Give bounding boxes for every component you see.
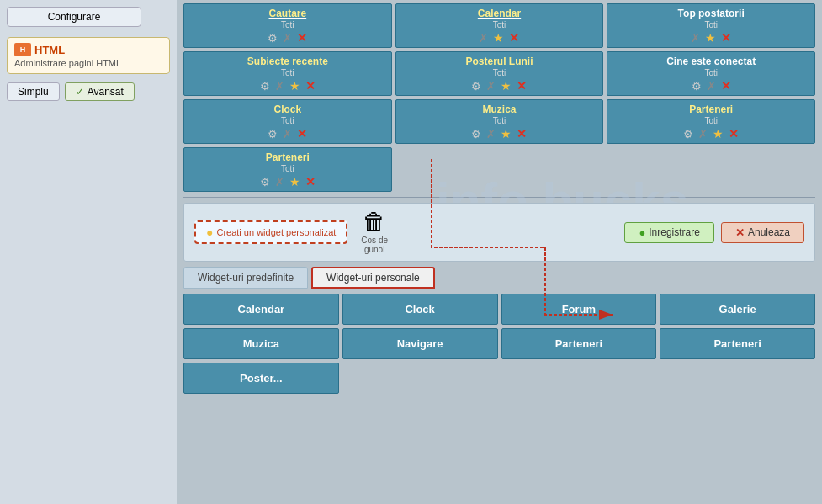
widget-title-parteneri-single[interactable]: Parteneri <box>189 151 386 163</box>
slash-icon-cautare[interactable]: ✗ <box>283 33 292 44</box>
widget-title-cautare[interactable]: Cautare <box>189 8 386 19</box>
html-title-text: HTML <box>34 44 65 56</box>
delete-icon-toppostatorii[interactable]: ✕ <box>721 32 731 44</box>
widget-icons-muzica: ⚙ ✗ ★ ✕ <box>401 128 598 140</box>
slash-icon-calendar[interactable]: ✗ <box>479 33 488 44</box>
wrench-icon-parteneri-top[interactable]: ⚙ <box>683 129 693 140</box>
trash-container: 🗑 Cos degunoi <box>361 210 388 254</box>
html-subtitle: Administrare pagini HTML <box>14 58 162 68</box>
gold-icon-muzica[interactable]: ★ <box>501 128 512 140</box>
delete-icon-cautare[interactable]: ✕ <box>297 32 307 44</box>
wrench-icon-muzica[interactable]: ⚙ <box>471 129 481 140</box>
divider <box>183 197 815 198</box>
widget-subtitle-parteneri-single: Toti <box>189 164 386 173</box>
avansat-label: Avansat <box>88 86 124 98</box>
widget-title-parteneri-top[interactable]: Parteneri <box>613 103 809 115</box>
wrench-icon-cineesteconectat[interactable]: ⚙ <box>692 81 702 92</box>
widget-card-cineesteconectat: Cine este conectat Toti ⚙ ✗ ✕ <box>607 51 815 96</box>
widget-icons-posterullunii: ⚙ ✗ ★ ✕ <box>401 80 598 92</box>
gold-icon-parteneri-top[interactable]: ★ <box>713 128 724 140</box>
widget-subtitle-calendar: Toti <box>401 20 598 29</box>
configure-button[interactable]: Configurare <box>7 7 141 27</box>
widget-card-clock: Clock Toti ⚙ ✗ ✕ <box>183 99 392 144</box>
slash-icon-parteneri-top[interactable]: ✗ <box>698 129 708 140</box>
widget-subtitle-parteneri-top: Toti <box>613 116 809 125</box>
trash-icon: 🗑 <box>363 210 386 234</box>
widget-card-parteneri-top: Parteneri Toti ⚙ ✗ ★ ✕ <box>607 99 815 144</box>
anuleaza-button[interactable]: ✕ Anuleaza <box>721 222 804 243</box>
gold-icon-toppostatorii[interactable]: ★ <box>705 32 716 44</box>
bottom-btn-galerie[interactable]: Galerie <box>660 294 815 325</box>
inregistrare-button[interactable]: ● Inregistrare <box>624 222 714 243</box>
delete-icon-posterullunii[interactable]: ✕ <box>517 80 527 92</box>
wrench-icon-cautare[interactable]: ⚙ <box>268 33 278 44</box>
slash-icon-clock[interactable]: ✗ <box>283 129 292 140</box>
sidebar-buttons: Simplu ✓ Avansat <box>7 82 170 101</box>
wrench-icon-clock[interactable]: ⚙ <box>268 129 278 140</box>
slash-icon-muzica[interactable]: ✗ <box>486 129 496 140</box>
wrench-icon-parteneri-single[interactable]: ⚙ <box>260 177 270 188</box>
delete-icon-parteneri-top[interactable]: ✕ <box>729 128 739 140</box>
create-widget-button[interactable]: ● Creati un widget personalizat <box>194 220 347 244</box>
widget-icons-clock: ⚙ ✗ ✕ <box>189 128 386 140</box>
delete-icon-parteneri-single[interactable]: ✕ <box>305 176 316 188</box>
widget-title-muzica[interactable]: Muzica <box>401 103 598 115</box>
delete-icon-muzica[interactable]: ✕ <box>517 128 527 140</box>
widget-subtitle-posterullunii: Toti <box>401 68 598 77</box>
bottom-btn-parteneri2[interactable]: Parteneri <box>660 328 815 359</box>
widget-subtitle-subiecterecente: Toti <box>189 68 386 77</box>
widget-subtitle-muzica: Toti <box>401 116 598 125</box>
widget-subtitle-clock: Toti <box>189 116 386 125</box>
widget-card-parteneri-single: Parteneri Toti ⚙ ✗ ★ ✕ <box>183 147 392 192</box>
slash-icon-toppostatorii[interactable]: ✗ <box>691 33 700 44</box>
green-check-icon: ● <box>639 226 645 239</box>
check-icon: ✓ <box>76 86 84 98</box>
tab-widget-personale[interactable]: Widget-uri personale <box>311 267 435 289</box>
bottom-btn-navigare[interactable]: Navigare <box>342 328 498 359</box>
widget-title-posterullunii[interactable]: Posterul Lunii <box>401 56 598 67</box>
slash-icon-posterullunii[interactable]: ✗ <box>486 81 496 92</box>
widget-icons-subiecterecente: ⚙ ✗ ★ ✕ <box>189 80 386 92</box>
create-widget-label: Creati un widget personalizat <box>216 227 336 237</box>
widget-title-subiecterecente[interactable]: Subiecte recente <box>189 56 386 67</box>
gold-icon-calendar[interactable]: ★ <box>493 32 504 44</box>
slash-icon-cineesteconectat[interactable]: ✗ <box>707 81 716 92</box>
widget-card-cautare: Cautare Toti ⚙ ✗ ✕ <box>183 3 392 48</box>
widget-icons-parteneri-top: ⚙ ✗ ★ ✕ <box>613 128 809 140</box>
slash-icon-subiecterecente[interactable]: ✗ <box>275 81 284 92</box>
delete-icon-calendar[interactable]: ✕ <box>509 32 519 44</box>
bottom-widget-row-3: Poster... <box>183 363 815 394</box>
bottom-btn-muzica[interactable]: Muzica <box>183 328 339 359</box>
delete-icon-cineesteconectat[interactable]: ✕ <box>721 80 731 92</box>
red-x-icon: ✕ <box>735 226 745 239</box>
bottom-btn-poster[interactable]: Poster... <box>183 363 339 394</box>
gold-icon-subiecterecente[interactable]: ★ <box>289 80 300 92</box>
widget-subtitle-cautare: Toti <box>189 20 386 29</box>
delete-icon-clock[interactable]: ✕ <box>297 128 307 140</box>
main-inner: Cautare Toti ⚙ ✗ ✕ Calendar Toti ✗ ★ ✕ T… <box>183 3 815 394</box>
wrench-icon-posterullunii[interactable]: ⚙ <box>471 81 481 92</box>
create-area: ● Creati un widget personalizat 🗑 Cos de… <box>183 203 815 262</box>
trash-label: Cos degunoi <box>361 236 388 254</box>
slash-icon-parteneri-single[interactable]: ✗ <box>275 177 284 188</box>
bottom-btn-calendar[interactable]: Calendar <box>183 294 339 325</box>
bottom-btn-parteneri1[interactable]: Parteneri <box>501 328 657 359</box>
widget-grid-single: Parteneri Toti ⚙ ✗ ★ ✕ <box>183 147 815 192</box>
widget-card-posterullunii: Posterul Lunii Toti ⚙ ✗ ★ ✕ <box>395 51 604 96</box>
widget-card-muzica: Muzica Toti ⚙ ✗ ★ ✕ <box>395 99 604 144</box>
simplu-button[interactable]: Simplu <box>7 82 60 101</box>
gold-icon-posterullunii[interactable]: ★ <box>501 80 512 92</box>
widget-title-clock[interactable]: Clock <box>189 103 386 115</box>
bottom-btn-clock[interactable]: Clock <box>342 294 498 325</box>
bottom-widget-row-2: Muzica Navigare Parteneri Parteneri <box>183 328 815 359</box>
delete-icon-subiecterecente[interactable]: ✕ <box>305 80 316 92</box>
gold-icon-parteneri-single[interactable]: ★ <box>289 176 300 188</box>
widget-icons-parteneri-single: ⚙ ✗ ★ ✕ <box>189 176 386 188</box>
bottom-btn-forum[interactable]: Forum <box>501 294 657 325</box>
tab-widget-predefinite[interactable]: Widget-uri predefinite <box>183 267 308 289</box>
widget-title-calendar[interactable]: Calendar <box>401 8 598 19</box>
widget-grid-top: Cautare Toti ⚙ ✗ ✕ Calendar Toti ✗ ★ ✕ T… <box>183 3 815 144</box>
bottom-widget-row-1: Calendar Clock Forum Galerie <box>183 294 815 325</box>
avansat-button[interactable]: ✓ Avansat <box>65 82 135 101</box>
wrench-icon-subiecterecente[interactable]: ⚙ <box>260 81 270 92</box>
